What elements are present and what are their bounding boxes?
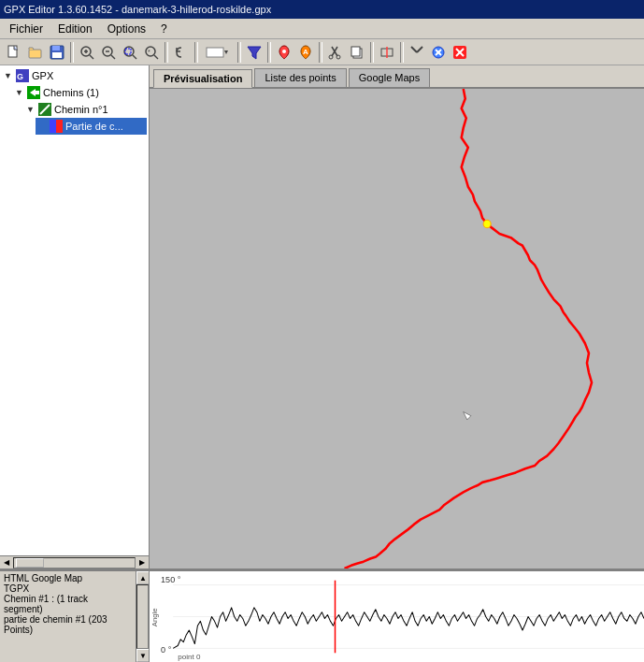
left-scrollbar[interactable]: ◀ ▶	[0, 555, 149, 568]
chemin-icon	[37, 102, 52, 117]
split-bottom: HTML Google Map TGPX Chemin #1 : (1 trac…	[0, 568, 644, 662]
zoom-select-button[interactable]	[120, 42, 140, 63]
chemins-icon	[26, 85, 41, 100]
info-line-3: Chemin #1 : (1 track	[4, 594, 132, 604]
sep1	[70, 42, 74, 63]
svg-marker-19	[224, 50, 228, 54]
svg-text:Angle: Angle	[150, 608, 159, 626]
tree-label-partie: Partie de c...	[65, 121, 123, 132]
tree-area[interactable]: ▼ G GPX ▼ Chemins (1) ▼	[0, 65, 149, 555]
copy-button[interactable]	[347, 42, 367, 63]
action2-button[interactable]	[428, 42, 449, 63]
split-top: ▼ G GPX ▼ Chemins (1) ▼	[0, 65, 644, 568]
right-panel: Prévisualisation Liste des points Google…	[150, 65, 644, 568]
scroll-thumb[interactable]	[16, 558, 44, 568]
undo-button[interactable]	[171, 42, 192, 63]
tree-node-chemin1[interactable]: ▼ Chemin n°1	[24, 101, 147, 118]
scroll-left-btn[interactable]: ◀	[0, 556, 13, 569]
map-area[interactable]	[150, 89, 644, 568]
tree-node-chemins[interactable]: ▼ Chemins (1)	[13, 84, 147, 101]
svg-line-13	[133, 55, 136, 59]
svg-rect-46	[50, 120, 56, 133]
tab-bar: Prévisualisation Liste des points Google…	[150, 65, 644, 89]
tab-googlemaps[interactable]: Google Maps	[349, 68, 430, 87]
info-line-1: HTML Google Map	[4, 573, 132, 583]
tab-points[interactable]: Liste des points	[254, 68, 346, 87]
cut-button[interactable]	[325, 42, 346, 63]
gpx-icon: G	[15, 68, 30, 83]
svg-point-26	[336, 55, 340, 59]
tab-preview[interactable]: Prévisualisation	[153, 69, 252, 88]
zoom-out-button[interactable]	[98, 42, 119, 63]
scroll-down-btn[interactable]: ▼	[136, 649, 150, 662]
close-red-button[interactable]	[450, 42, 470, 63]
tree-label-chemin1: Chemin n°1	[54, 104, 108, 115]
svg-rect-48	[150, 89, 644, 568]
waypoint-add-button[interactable]	[274, 42, 294, 63]
svg-line-10	[111, 55, 115, 59]
tree-node-partie[interactable]: Partie de c...	[36, 118, 147, 135]
svg-text:G: G	[17, 72, 23, 81]
filter-button[interactable]	[244, 42, 265, 63]
info-panel: HTML Google Map TGPX Chemin #1 : (1 trac…	[0, 571, 150, 662]
toolbar: * A	[0, 39, 644, 65]
tree-node-gpx[interactable]: ▼ G GPX	[2, 67, 147, 84]
sep5	[267, 42, 271, 63]
menu-options[interactable]: Options	[100, 21, 153, 37]
svg-text:*: *	[148, 49, 150, 55]
sep7	[370, 42, 374, 63]
scroll-track-v[interactable]	[136, 584, 149, 649]
tree-label-chemins: Chemins (1)	[43, 87, 99, 98]
info-scrollbar: ▲ ▼	[136, 571, 149, 662]
sep2	[165, 42, 168, 63]
title-text: GPX Editor 1.3.60.1452 - danemark-3-hill…	[4, 4, 271, 15]
svg-text:A: A	[303, 48, 308, 56]
svg-text:point 0: point 0	[178, 653, 201, 661]
zoom-in-button[interactable]	[77, 42, 97, 63]
title-bar: GPX Editor 1.3.60.1452 - danemark-3-hill…	[0, 0, 644, 19]
open-button[interactable]	[25, 42, 46, 63]
chart-area[interactable]: 150 ° 0 ° Angle point 0	[150, 571, 644, 662]
dropdown1-button[interactable]	[201, 42, 235, 63]
waypoint-edit-button[interactable]: A	[295, 42, 316, 63]
svg-rect-28	[351, 47, 360, 56]
sep8	[400, 42, 404, 63]
scroll-track[interactable]	[13, 557, 136, 568]
svg-rect-47	[56, 120, 63, 133]
menu-fichier[interactable]: Fichier	[2, 21, 50, 37]
sep3	[194, 42, 198, 63]
svg-point-25	[329, 55, 333, 59]
zoom-fit-button[interactable]: *	[141, 42, 162, 63]
expand-icon-chemins: ▼	[15, 88, 26, 97]
info-line-5: partie de chemin #1 (203	[4, 614, 132, 625]
main-content: ▼ G GPX ▼ Chemins (1) ▼	[0, 65, 644, 662]
scroll-right-btn[interactable]: ▶	[136, 556, 149, 569]
map-svg	[150, 89, 644, 568]
menu-help[interactable]: ?	[153, 21, 175, 37]
action1-button[interactable]	[407, 42, 427, 63]
svg-line-6	[90, 55, 93, 59]
chart-svg: 150 ° 0 ° Angle point 0	[150, 571, 644, 662]
insert-button[interactable]	[377, 42, 397, 63]
save-button[interactable]	[47, 42, 67, 63]
tree-label-gpx: GPX	[32, 70, 53, 81]
svg-line-16	[154, 55, 158, 59]
partie-icon	[49, 119, 64, 134]
info-line-2: TGPX	[4, 583, 132, 594]
left-panel: ▼ G GPX ▼ Chemins (1) ▼	[0, 65, 150, 568]
menu-edition[interactable]: Edition	[50, 21, 100, 37]
menu-bar: Fichier Edition Options ?	[0, 19, 644, 39]
scroll-up-btn[interactable]: ▲	[136, 571, 150, 584]
expand-icon: ▼	[4, 71, 15, 80]
expand-icon-chemin1: ▼	[26, 105, 37, 114]
new-button[interactable]	[4, 42, 24, 63]
svg-point-21	[282, 50, 286, 53]
sep6	[319, 42, 322, 63]
svg-text:0 °: 0 °	[161, 645, 172, 655]
info-line-4: segment)	[4, 604, 132, 614]
svg-text:150 °: 150 °	[161, 575, 181, 584]
svg-rect-4	[52, 52, 62, 58]
svg-rect-3	[52, 46, 60, 50]
svg-rect-1	[29, 50, 41, 58]
highlight-point	[483, 220, 491, 227]
